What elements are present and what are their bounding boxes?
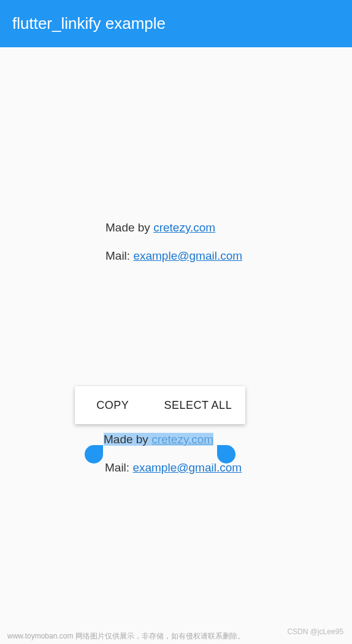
footer-watermark-left: www.toymoban.com 网络图片仅供展示，非存储，如有侵权请联系删除。 [7,631,245,642]
select-all-button[interactable]: SELECT ALL [151,386,245,424]
text-prefix: Made by [105,221,153,234]
content-area: Made by cretezy.com Mail: example@gmail.… [0,47,352,644]
linkify-text-1: Made by cretezy.com [105,219,215,237]
url-link[interactable]: cretezy.com [153,221,215,234]
text-prefix: Mail: [105,461,132,474]
email-link[interactable]: example@gmail.com [132,461,242,474]
selection-handle-start[interactable] [85,445,103,464]
selectable-linkify-text-2[interactable]: Mail: example@gmail.com [105,459,242,477]
selected-text-prefix: Made by [104,433,151,446]
selected-url-link[interactable]: cretezy.com [151,433,213,446]
app-bar: flutter_linkify example [0,0,352,47]
text-selection-toolbar: COPY SELECT ALL [75,386,245,424]
app-bar-title: flutter_linkify example [12,14,166,33]
text-prefix: Mail: [105,249,133,262]
email-link[interactable]: example@gmail.com [133,249,242,262]
footer-watermark-right: CSDN @jcLee95 [287,627,343,636]
linkify-text-2: Mail: example@gmail.com [105,247,242,265]
copy-button[interactable]: COPY [75,386,151,424]
selectable-linkify-text-1[interactable]: Made by cretezy.com [104,431,213,449]
